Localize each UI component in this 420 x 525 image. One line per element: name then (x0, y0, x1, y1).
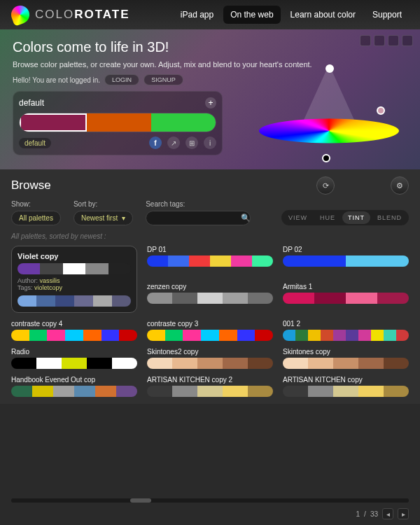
horizontal-scrollbar[interactable] (11, 498, 409, 503)
palette-swatch[interactable] (147, 255, 273, 267)
info-icon[interactable]: i (204, 136, 216, 149)
logo-text-thin: COLO (35, 8, 74, 22)
palette-name: Handbook Evened Out cop (11, 376, 137, 384)
nav-ipad[interactable]: iPad app (174, 6, 220, 24)
swatch-1[interactable] (87, 113, 151, 132)
chevron-down-icon: ▾ (122, 214, 125, 222)
palette-swatch[interactable] (11, 386, 137, 397)
login-button[interactable]: LOGIN (104, 74, 139, 85)
palette-name: Radio (11, 348, 137, 356)
show-filter: Show: All palettes (11, 200, 61, 225)
handle-top[interactable] (326, 64, 334, 73)
sort-label: Sort by: (74, 200, 133, 208)
page-total: 33 (370, 510, 378, 518)
mode-tabs: VIEW HUE TINT BLEND (281, 210, 409, 225)
settings-button[interactable]: ⚙ (391, 176, 409, 195)
palette-card[interactable]: DP 01 (147, 246, 273, 276)
mode-blend[interactable]: BLEND (372, 211, 407, 224)
palette-name: 001 2 (283, 320, 409, 328)
palette-card[interactable]: DP 02 (283, 246, 409, 276)
add-color-button[interactable]: + (205, 97, 216, 108)
scrollbar-thumb[interactable] (130, 498, 151, 503)
contrast-icon[interactable] (374, 35, 385, 46)
palette-card[interactable]: ARTISAN KITCHEN copy 2 (147, 376, 273, 397)
palette-swatch[interactable] (11, 330, 137, 341)
expand-icon[interactable] (402, 35, 413, 46)
palette-name: zenzen copy (147, 283, 273, 290)
sort-filter: Sort by: Newest first ▾ (74, 200, 133, 225)
view-controls (360, 35, 413, 46)
palette-card[interactable]: Skintones2 copy (147, 348, 273, 369)
palette-tag[interactable]: default (19, 138, 51, 148)
palette-bar[interactable] (19, 113, 216, 132)
logo: COLOROTATE (11, 6, 130, 24)
share-icon[interactable]: ↗ (167, 136, 180, 149)
palette-name: ARTISAN KITCHEN copy 2 (147, 376, 273, 384)
sort-select[interactable]: Newest first ▾ (74, 211, 133, 225)
grid-icon[interactable]: ⊞ (186, 136, 198, 149)
hero-title: Colors come to life in 3D! (13, 39, 407, 55)
palette-swatch[interactable] (283, 386, 409, 397)
mode-tint[interactable]: TINT (342, 211, 370, 224)
show-label: Show: (11, 200, 61, 208)
palette-name: Skintones2 copy (147, 348, 273, 356)
mode-view[interactable]: VIEW (283, 211, 313, 224)
palette-name: DP 01 (147, 246, 273, 253)
mode-hue[interactable]: HUE (314, 211, 341, 224)
logo-text-bold: ROTATE (74, 8, 130, 22)
palette-card[interactable]: contraste copy 3 (147, 320, 273, 341)
palette-card[interactable]: Radio (11, 348, 137, 369)
palette-swatch[interactable] (18, 263, 131, 274)
main-nav: iPad app On the web Learn about color Su… (174, 6, 409, 24)
palette-card[interactable]: Armitas 1 (283, 283, 409, 313)
page-current: 1 (356, 510, 360, 518)
search-filter: Search tags: 🔍 (146, 200, 251, 225)
featured-palette[interactable]: Violet copyAuthor: vassilisTags: violetc… (11, 246, 137, 313)
palette-card[interactable]: 001 2 (283, 320, 409, 341)
palette-swatch[interactable] (147, 386, 273, 397)
nav-learn[interactable]: Learn about color (284, 6, 363, 24)
search-input[interactable] (152, 214, 241, 222)
page-sep: / (364, 510, 366, 518)
nav-web[interactable]: On the web (223, 6, 280, 24)
palette-swatch[interactable] (147, 358, 273, 369)
swatch-0[interactable] (20, 113, 87, 132)
palette-name: default (19, 98, 44, 108)
palette-card[interactable]: zenzen copy (147, 283, 273, 313)
palette-swatch[interactable] (147, 330, 273, 341)
palette-swatch[interactable] (11, 358, 137, 369)
palette-card[interactable]: contraste copy 4 (11, 320, 137, 341)
color-3d-visualization[interactable] (252, 64, 406, 162)
signup-button[interactable]: SIGNUP (144, 74, 183, 85)
nav-support[interactable]: Support (365, 6, 409, 24)
palette-card[interactable]: Handbook Evened Out cop (11, 376, 137, 397)
refresh-button[interactable]: ⟳ (316, 176, 335, 195)
palette-name: DP 02 (283, 246, 409, 253)
palette-name: ARTISAN KITCHEN copy (283, 376, 409, 384)
palette-name: contraste copy 3 (147, 320, 273, 328)
palette-swatch[interactable] (147, 293, 273, 304)
swatch-2[interactable] (151, 113, 216, 132)
facebook-icon[interactable]: f (149, 136, 162, 149)
palette-swatch[interactable] (283, 330, 409, 341)
page-next-button[interactable]: ▸ (398, 508, 409, 519)
handle-bottom[interactable] (322, 154, 330, 162)
palette-card[interactable]: Skintones copy (283, 348, 409, 369)
palette-card[interactable]: ARTISAN KITCHEN copy (283, 376, 409, 397)
page-prev-button[interactable]: ◂ (382, 508, 393, 519)
show-select[interactable]: All palettes (11, 211, 61, 225)
palette-name: Violet copy (18, 252, 131, 260)
search-input-wrap: 🔍 (146, 211, 251, 225)
palette-swatch[interactable] (283, 293, 409, 304)
palette-swatch[interactable] (18, 295, 131, 307)
browse-section: Browse ⟳ ⚙ Show: All palettes Sort by: N… (0, 169, 420, 404)
reset-icon[interactable] (388, 35, 399, 46)
brightness-icon[interactable] (360, 35, 371, 46)
handle-right[interactable] (377, 106, 385, 115)
palette-swatch[interactable] (283, 358, 409, 369)
search-icon[interactable]: 🔍 (241, 214, 251, 223)
logo-icon (8, 3, 31, 26)
palette-swatch[interactable] (283, 255, 409, 267)
palette-name: Skintones copy (283, 348, 409, 356)
auth-msg: Hello! You are not logged in. (13, 76, 100, 84)
